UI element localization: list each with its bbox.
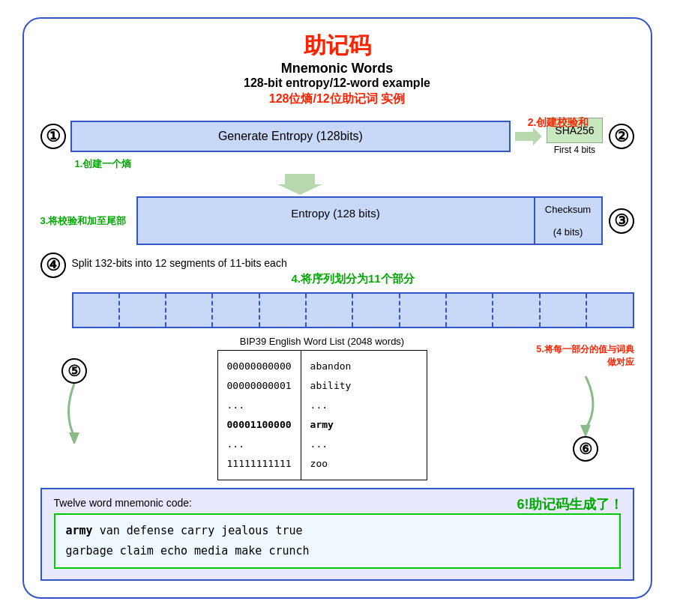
seg-cell-10 — [493, 294, 540, 327]
entropy-128-box: Entropy (128 bits) — [136, 196, 535, 245]
bip39-row-4-bin: 00001100000 — [227, 415, 292, 435]
svg-marker-2 — [69, 432, 79, 444]
title-en2: 128-bit entropy/12-word example — [40, 76, 634, 90]
seg-cell-6 — [307, 294, 353, 327]
bip39-row-5-bin: ... — [227, 435, 292, 454]
step4-row: ④ Split 132-bits into 12 segments of 11-… — [40, 253, 634, 328]
step3-annot: 3.将校验和加至尾部 — [40, 214, 127, 228]
circle-2: ② — [609, 124, 634, 149]
title-zh: 助记码 — [40, 32, 634, 59]
seg-cell-9 — [447, 294, 493, 327]
bip39-row-1-bin: 00000000000 — [227, 357, 292, 376]
arrow-to-sha — [515, 127, 542, 145]
seg-cell-12 — [587, 294, 632, 327]
curved-arrow-down-right — [563, 376, 608, 436]
bip39-row-6-word: zoo — [310, 454, 352, 474]
step5-annot: 5.将每一部分的值与词典做对应 — [537, 343, 634, 369]
circle-3: ③ — [609, 208, 634, 234]
bip39-row-6-bin: 11111111111 — [227, 454, 292, 474]
bip39-row-5-word: ... — [310, 435, 352, 454]
bip39-row-1-word: abandon — [310, 357, 352, 376]
main-container: 助记码 Mnemonic Words 128-bit entropy/12-wo… — [22, 17, 652, 599]
step2-annot: 2.创建校验和 — [528, 116, 589, 130]
bottom-box: 6!助记码生成了！ Twelve word mnemonic code: arm… — [40, 488, 634, 581]
circle-4: ④ — [40, 253, 66, 278]
mnemonic-bold-word: army — [66, 524, 93, 537]
seg-cell-3 — [166, 294, 213, 327]
first4bits: First 4 bits — [554, 145, 595, 155]
circle-6: ⑥ — [573, 436, 598, 462]
checksum-box: Checksum (4 bits) — [535, 196, 603, 245]
bip39-row-4-word: army — [310, 415, 352, 435]
seg-bar-inner — [73, 294, 633, 327]
seg-cell-1 — [73, 294, 120, 327]
entropy-box: Generate Entropy (128bits) — [70, 121, 511, 152]
subtitle-zh: 128位熵/12位助记词 实例 — [40, 91, 634, 107]
seg-cell-2 — [120, 294, 166, 327]
bip39-row-2-bin: 00000000001 — [227, 376, 292, 396]
seg-cell-8 — [400, 294, 447, 327]
bip39-row-2-word: ability — [310, 376, 352, 396]
curved-arrow-down-left — [55, 384, 93, 444]
step1-annot: 1.创建一个熵 — [75, 157, 634, 171]
bip39-row-3-bin: ... — [227, 396, 292, 415]
bip39-table: 00000000000 00000000001 ... 00001100000 … — [217, 350, 427, 480]
seg-cell-7 — [353, 294, 400, 327]
svg-marker-3 — [580, 425, 591, 436]
title-en1: Mnemonic Words — [40, 61, 634, 76]
step4-text: Split 132-bits into 12 segments of 11-bi… — [72, 257, 634, 269]
bip39-word-col: abandon ability ... army ... zoo — [301, 351, 361, 480]
step6-annot: 6!助记码生成了！ — [517, 495, 623, 513]
circle-5: ⑤ — [61, 358, 87, 384]
down-arrow-1 — [277, 174, 322, 195]
svg-marker-0 — [515, 127, 542, 145]
circle-1: ① — [40, 124, 66, 149]
bip39-row-3-word: ... — [310, 396, 352, 415]
mnemonic-box: army van defense carry jealous truegarba… — [54, 513, 621, 569]
bip39-label: BIP39 English Word List (2048 words) — [240, 336, 404, 347]
bip39-bin-col: 00000000000 00000000001 ... 00001100000 … — [218, 351, 301, 480]
step4-annot: 4.将序列划分为11个部分 — [72, 272, 634, 286]
seg-cell-5 — [260, 294, 307, 327]
seg-cell-11 — [541, 294, 587, 327]
mnemonic-text: van defense carry jealous truegarbage cl… — [66, 524, 310, 558]
svg-marker-1 — [277, 174, 322, 195]
seg-cell-4 — [213, 294, 259, 327]
seg-bar — [72, 292, 634, 328]
